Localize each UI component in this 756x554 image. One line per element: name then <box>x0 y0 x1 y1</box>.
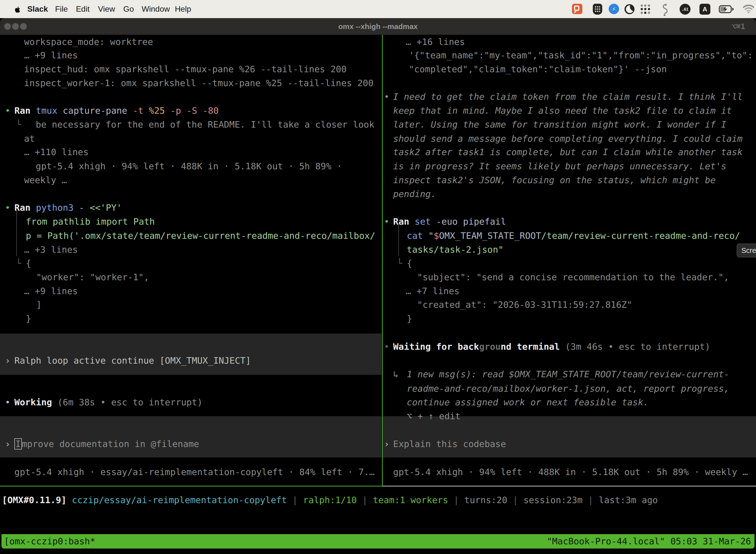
dots-grid-icon[interactable] <box>640 4 651 15</box>
text-segment: • <box>384 92 389 102</box>
terminal-line: Ran python3 - <<'PY' <box>14 201 122 215</box>
terminal-line: › <box>5 437 10 451</box>
text-segment: "created_at": "2026-03-31T11:59:27.816Z" <box>417 299 632 310</box>
terminal-line: … +110 lines <box>24 145 88 159</box>
terminal-line: • <box>384 214 389 229</box>
text-segment: task2 after task1 is complete, but can I… <box>393 147 743 157</box>
text-segment: Working <box>14 397 52 407</box>
text-segment: at <box>24 133 35 144</box>
text-segment: … +9 lines <box>24 286 78 296</box>
desktop: { "colors": { "gray":"#8e8e8e", "dim":"#… <box>0 0 756 554</box>
terminal-line: p = Path('.omx/state/team/review-current… <box>26 229 375 243</box>
menu-item-view[interactable]: View <box>98 0 115 18</box>
text-segment: gpt-5.4 xhigh · 94% left · 488K in · 5.1… <box>36 161 342 171</box>
tmux-status-bar: [omx-cczip0:bash* "MacBook-Pro-44.local"… <box>1 534 755 549</box>
text-segment: is in progress? It seems likely but perh… <box>393 161 727 171</box>
chat-app-icon[interactable] <box>572 4 582 14</box>
text-segment: } <box>407 314 412 324</box>
terminal-line: … +16 lines <box>406 35 465 49</box>
terminal-line: "subject": "send a concise recommendatio… <box>417 270 729 284</box>
terminal-line: └ <box>16 117 21 131</box>
text-segment: grou <box>479 341 501 352</box>
terminal-line: Ran set -euo pipefail <box>393 214 506 229</box>
input-source-icon[interactable]: A <box>699 4 710 15</box>
text-segment: [OMX#0.11.9] <box>2 495 72 505</box>
menu-item-slack[interactable]: Slack <box>27 0 48 18</box>
text-segment: cat <box>407 231 423 241</box>
menu-item-window[interactable]: Window <box>142 0 170 18</box>
battery-icon[interactable] <box>719 4 734 16</box>
menu-item-file[interactable]: File <box>55 0 68 18</box>
tmux-pane-divider[interactable] <box>382 35 383 486</box>
text-segment: should send a message before completing … <box>393 133 743 144</box>
text-segment: python3 <box>36 203 74 213</box>
shield-grid-icon[interactable] <box>593 4 602 15</box>
text-segment: continue assigned work or next feasible … <box>407 397 649 407</box>
text-segment: inspect task2's JSON, focusing on the st… <box>393 175 715 185</box>
terminal-line: • <box>5 395 10 409</box>
terminal-line: from pathlib import Path <box>26 214 155 229</box>
text-segment: session:23m <box>523 495 582 505</box>
badge-61-icon[interactable]: ..61 <box>680 4 691 15</box>
text-segment: 1 new msg(s): read $OMX_TEAM_STATE_ROOT/… <box>407 369 729 379</box>
terminal-content[interactable]: workspace_mode: worktree… +9 linesinspec… <box>0 35 756 554</box>
terminal-line: "worker": "worker-1", <box>36 270 149 284</box>
text-segment: … +7 lines <box>406 286 460 296</box>
terminal-line: is in progress? It seems likely but perh… <box>393 159 727 173</box>
text-segment: | <box>287 495 303 505</box>
terminal-line: tasks/task-2.json" <box>407 242 504 257</box>
window-titlebar[interactable]: omx --xhigh --madmax ⌥⌘1 <box>0 18 756 35</box>
terminal-line: └ <box>397 256 402 270</box>
text-segment: readme-and-reco/mailbox/worker-1.json, a… <box>407 384 729 394</box>
menu-item-go[interactable]: Go <box>123 0 134 18</box>
text-segment: ] <box>36 299 42 310</box>
terminal-line: Explain this codebase <box>393 437 506 451</box>
s-curve-icon[interactable] <box>661 4 669 17</box>
text-segment: /team/review-current-readme-and-reco/ <box>541 231 740 241</box>
text-segment: weekly … <box>24 175 67 185</box>
screen-tooltip: Scre <box>737 243 756 258</box>
terminal-line: inspect_hud: omx sparkshell --tmux-pane … <box>24 62 346 76</box>
wifi-icon[interactable] <box>743 4 755 15</box>
apple-menu-icon[interactable] <box>14 5 21 15</box>
blue-bolt-icon[interactable]: ⚡ <box>609 4 619 14</box>
terminal-line: '{"team_name":"my-team","task_id":"1","f… <box>409 48 753 62</box>
text-segment: pending. <box>393 189 436 199</box>
crescent-circle-icon[interactable] <box>624 4 635 16</box>
text-segment <box>127 106 133 116</box>
terminal-line: { <box>407 256 412 270</box>
text-segment <box>165 106 170 116</box>
terminal-line: should send a message before completing … <box>393 131 743 146</box>
text-segment <box>30 203 36 213</box>
text-segment: team:1 workers <box>373 495 448 505</box>
text-segment: workspace_mode: worktree <box>24 37 153 47</box>
text-segment: set <box>415 216 431 227</box>
text-segment: "worker": "worker-1", <box>36 272 149 282</box>
text-segment: › <box>384 439 389 449</box>
text-segment: <<'PY' <box>90 203 122 213</box>
text-segment: nd terminal <box>501 341 560 352</box>
terminal-line: … +3 lines <box>24 242 78 257</box>
text-segment: › <box>5 439 10 449</box>
text-segment: I need to get the claim token from the c… <box>393 92 743 102</box>
text-segment: | <box>507 495 523 505</box>
text-segment: cczip/essay/ai-reimplementation-copyleft <box>72 495 287 505</box>
text-segment: … +9 lines <box>24 50 78 60</box>
terminal-line: be necessary for the end of the README. … <box>36 117 374 131</box>
text-segment: › <box>5 355 10 366</box>
text-segment: " <box>428 231 434 241</box>
text-segment: … +3 lines <box>24 244 78 255</box>
text-segment: capture-pane <box>63 106 127 116</box>
text-segment <box>84 203 90 213</box>
terminal-line: } <box>26 312 31 326</box>
text-segment: Waiting for back <box>393 341 479 352</box>
menu-item-help[interactable]: Help <box>175 0 191 18</box>
text-segment: $ <box>434 231 439 241</box>
terminal-line: weekly … <box>24 173 67 187</box>
text-segment: p = Path('.omx/state/team/review-current… <box>26 231 375 241</box>
text-segment: %25 <box>149 106 165 116</box>
menu-bar: SlackFileEditViewGoWindowHelp ⚡..61A <box>0 0 756 18</box>
menu-item-edit[interactable]: Edit <box>76 0 89 18</box>
text-segment: (3m 46s • esc to interrupt) <box>560 341 710 352</box>
text-segment: └ <box>397 258 402 268</box>
